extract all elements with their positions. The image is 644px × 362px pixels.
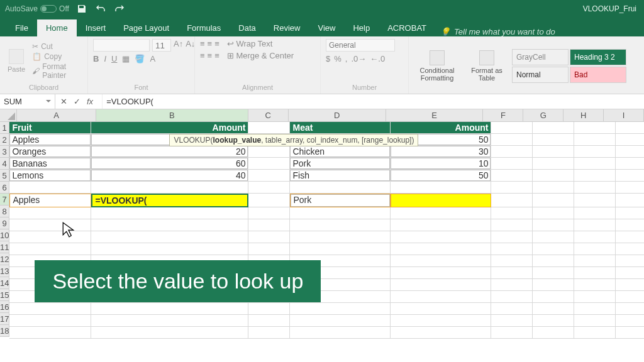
italic-button[interactable]: I — [104, 54, 106, 63]
align-mid-icon[interactable]: ≡ — [208, 39, 213, 48]
cell-D1[interactable]: Meat — [290, 122, 391, 134]
cell-E7[interactable] — [391, 194, 491, 207]
col-H[interactable]: H — [564, 109, 604, 122]
cell-B6[interactable] — [91, 182, 248, 194]
col-C[interactable]: C — [248, 109, 289, 122]
underline-button[interactable]: U — [111, 54, 117, 63]
tab-home[interactable]: Home — [37, 19, 77, 36]
cell-H3[interactable] — [574, 146, 616, 158]
align-center-icon[interactable]: ≡ — [208, 51, 213, 60]
dec-decimal-button[interactable]: ←.0 — [370, 54, 385, 63]
cell-I18[interactable] — [616, 327, 644, 339]
font-color-button[interactable]: A — [150, 54, 155, 63]
bold-button[interactable]: B — [93, 54, 99, 63]
row-13[interactable]: 13 — [0, 265, 9, 277]
cell-A9[interactable] — [9, 219, 91, 231]
cell-C16[interactable] — [248, 303, 290, 315]
cell-F13[interactable] — [491, 267, 533, 279]
row-17[interactable]: 17 — [0, 313, 9, 325]
cell-styles-gallery[interactable]: GrayCell Heading 3 2 Normal Bad — [512, 49, 626, 83]
comma-button[interactable]: , — [345, 54, 348, 63]
fx-icon[interactable]: fx — [87, 97, 93, 106]
cell-C17[interactable] — [248, 315, 290, 327]
cell-I7[interactable] — [616, 194, 644, 207]
cell-H18[interactable] — [574, 327, 616, 339]
cell-D18[interactable] — [290, 327, 391, 339]
row-16[interactable]: 16 — [0, 301, 9, 313]
cell-B4[interactable]: 60 — [91, 158, 248, 170]
cell-D17[interactable] — [290, 315, 391, 327]
cell-C18[interactable] — [248, 327, 290, 339]
col-B[interactable]: B — [96, 109, 248, 122]
cell-A8[interactable] — [9, 207, 91, 219]
row-6[interactable]: 6 — [0, 182, 9, 194]
cell-E10[interactable] — [391, 231, 491, 243]
cell-D11[interactable] — [290, 243, 391, 255]
enter-formula-icon[interactable]: ✓ — [74, 97, 80, 106]
tab-view[interactable]: View — [309, 19, 344, 36]
cell-I5[interactable] — [616, 170, 644, 182]
cell-I13[interactable] — [616, 267, 644, 279]
col-E[interactable]: E — [386, 109, 484, 122]
cell-I2[interactable] — [616, 134, 644, 146]
cell-I4[interactable] — [616, 158, 644, 170]
cells-area[interactable]: VLOOKUP(lookup_value, table_array, col_i… — [9, 122, 644, 339]
cell-B5[interactable]: 40 — [91, 170, 248, 182]
row-10[interactable]: 10 — [0, 229, 9, 241]
row-5[interactable]: 5 — [0, 170, 9, 182]
cell-G13[interactable] — [533, 267, 574, 279]
cell-E8[interactable] — [391, 207, 491, 219]
cell-E12[interactable] — [391, 255, 491, 267]
cell-G12[interactable] — [533, 255, 574, 267]
cell-G8[interactable] — [533, 207, 574, 219]
cell-H4[interactable] — [574, 158, 616, 170]
cell-G3[interactable] — [533, 146, 574, 158]
cell-I8[interactable] — [616, 207, 644, 219]
row-1[interactable]: 1 — [0, 122, 9, 134]
cell-I14[interactable] — [616, 279, 644, 291]
tab-help[interactable]: Help — [344, 19, 379, 36]
cell-F8[interactable] — [491, 207, 533, 219]
cell-H15[interactable] — [574, 291, 616, 303]
cell-H2[interactable] — [574, 134, 616, 146]
col-D[interactable]: D — [289, 109, 386, 122]
cell-G5[interactable] — [533, 170, 574, 182]
cell-D5[interactable]: Fish — [290, 170, 391, 182]
cell-G4[interactable] — [533, 158, 574, 170]
tab-review[interactable]: Review — [265, 19, 309, 36]
row-2[interactable]: 2 — [0, 134, 9, 146]
cell-E1[interactable]: Amount — [391, 122, 491, 134]
cell-G18[interactable] — [533, 327, 574, 339]
row-4[interactable]: 4 — [0, 158, 9, 170]
cell-D9[interactable] — [290, 219, 391, 231]
cell-F16[interactable] — [491, 303, 533, 315]
cell-G10[interactable] — [533, 231, 574, 243]
cell-G11[interactable] — [533, 243, 574, 255]
cell-F3[interactable] — [491, 146, 533, 158]
align-bot-icon[interactable]: ≡ — [214, 39, 219, 48]
increase-font-icon[interactable]: A↑ — [174, 39, 183, 52]
align-right-icon[interactable]: ≡ — [214, 51, 219, 60]
cell-F17[interactable] — [491, 315, 533, 327]
cell-I16[interactable] — [616, 303, 644, 315]
cell-A4[interactable]: Bananas — [9, 158, 91, 170]
tab-insert[interactable]: Insert — [77, 19, 115, 36]
cell-F4[interactable] — [491, 158, 533, 170]
cell-F15[interactable] — [491, 291, 533, 303]
cell-E5[interactable]: 50 — [391, 170, 491, 182]
cell-H14[interactable] — [574, 279, 616, 291]
tab-data[interactable]: Data — [230, 19, 264, 36]
tab-acrobat[interactable]: ACROBAT — [379, 19, 435, 36]
cell-E3[interactable]: 30 — [391, 146, 491, 158]
select-all-corner[interactable] — [0, 109, 17, 122]
row-18[interactable]: 18 — [0, 325, 9, 337]
cell-F5[interactable] — [491, 170, 533, 182]
align-top-icon[interactable]: ≡ — [200, 39, 205, 48]
cell-F2[interactable] — [491, 134, 533, 146]
font-name-select[interactable] — [93, 39, 150, 52]
row-7[interactable]: 7 — [0, 194, 9, 206]
wrap-text-button[interactable]: ↩ Wrap Text — [227, 39, 273, 48]
border-button[interactable]: ▦ — [122, 54, 130, 63]
cell-E13[interactable] — [391, 267, 491, 279]
cell-A10[interactable] — [9, 231, 91, 243]
